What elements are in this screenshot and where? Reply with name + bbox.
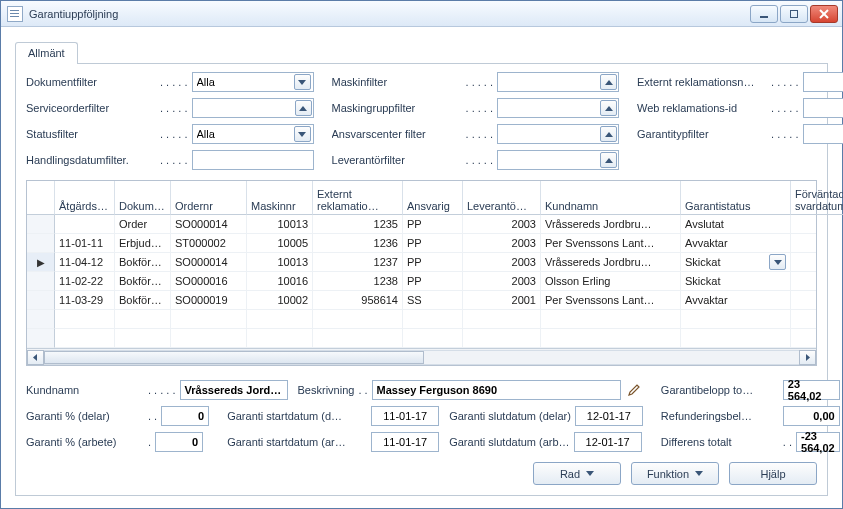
- cell-ext[interactable]: 958614: [313, 291, 403, 310]
- cell-lev[interactable]: 2003: [463, 272, 541, 291]
- dropdown-icon[interactable]: [294, 74, 311, 90]
- cell-ext[interactable]: 1235: [313, 215, 403, 234]
- garanti-arbete-field[interactable]: 0: [155, 432, 203, 452]
- cell-order[interactable]: ST000002: [171, 234, 247, 253]
- cell-lev[interactable]: 2003: [463, 215, 541, 234]
- column-header[interactable]: Dokum…: [115, 181, 171, 215]
- cell-dokum[interactable]: Erbjud…: [115, 234, 171, 253]
- cell-ansv[interactable]: PP: [403, 253, 463, 272]
- filter-input-statusfilter[interactable]: Alla: [192, 124, 314, 144]
- cell-atgard[interactable]: 11-02-22: [55, 272, 115, 291]
- tab-allmant[interactable]: Allmänt: [15, 42, 78, 64]
- filter-input-handlingsdatumfilter[interactable]: [192, 150, 314, 170]
- table-row[interactable]: 11-02-22Bokför…SO000016100161238PP2003Ol…: [27, 272, 816, 291]
- cell-ext[interactable]: 1236: [313, 234, 403, 253]
- dropdown-icon[interactable]: [769, 254, 786, 270]
- filter-input-leverantorfilter[interactable]: [497, 150, 619, 170]
- cell-order[interactable]: [171, 329, 247, 348]
- cell-lev[interactable]: 2003: [463, 253, 541, 272]
- cell-svar[interactable]: [791, 215, 816, 234]
- cell-ansv[interactable]: [403, 310, 463, 329]
- cell-svar[interactable]: [791, 234, 816, 253]
- cell-lev[interactable]: 2001: [463, 291, 541, 310]
- cell-ext[interactable]: 1238: [313, 272, 403, 291]
- cell-kund[interactable]: [541, 329, 681, 348]
- scroll-right-button[interactable]: [799, 350, 816, 365]
- slut-delar-field[interactable]: 12-01-17: [575, 406, 643, 426]
- cell-svar[interactable]: [791, 272, 816, 291]
- column-header[interactable]: Åtgärds…: [55, 181, 115, 215]
- cell-maskin[interactable]: 10005: [247, 234, 313, 253]
- cell-ansv[interactable]: SS: [403, 291, 463, 310]
- cell-atgard[interactable]: 11-01-11: [55, 234, 115, 253]
- cell-order[interactable]: SO000014: [171, 253, 247, 272]
- slut-arbete-field[interactable]: 12-01-17: [574, 432, 642, 452]
- cell-status[interactable]: Skickat: [681, 253, 791, 272]
- cell-atgard[interactable]: 11-03-29: [55, 291, 115, 310]
- cell-svar[interactable]: [791, 310, 816, 329]
- cell-atgard[interactable]: 11-04-12: [55, 253, 115, 272]
- cell-order[interactable]: SO000016: [171, 272, 247, 291]
- filter-input-ansvarscenterfilter[interactable]: [497, 124, 619, 144]
- minimize-button[interactable]: [750, 5, 778, 23]
- cell-dokum[interactable]: [115, 310, 171, 329]
- column-header[interactable]: Ansvarig: [403, 181, 463, 215]
- grid-body[interactable]: OrderSO000014100131235PP2003Vråssereds J…: [27, 215, 816, 348]
- cell-ext[interactable]: [313, 310, 403, 329]
- cell-maskin[interactable]: 10013: [247, 253, 313, 272]
- filter-input-externtreklamationsnr[interactable]: [803, 72, 843, 92]
- funktion-button[interactable]: Funktion: [631, 462, 719, 485]
- cell-order[interactable]: [171, 310, 247, 329]
- start-delar-field[interactable]: 11-01-17: [371, 406, 439, 426]
- cell-atgard[interactable]: [55, 215, 115, 234]
- rad-button[interactable]: Rad: [533, 462, 621, 485]
- cell-maskin[interactable]: 10016: [247, 272, 313, 291]
- edit-icon[interactable]: [625, 381, 643, 399]
- column-header[interactable]: Förväntad svardatum: [791, 181, 843, 215]
- hjalp-button[interactable]: Hjälp: [729, 462, 817, 485]
- cell-ext[interactable]: 1237: [313, 253, 403, 272]
- cell-kund[interactable]: Vråssereds Jordbru…: [541, 253, 681, 272]
- row-header[interactable]: [27, 310, 55, 329]
- column-header[interactable]: Externt reklamatio…: [313, 181, 403, 215]
- table-row[interactable]: [27, 329, 816, 348]
- cell-order[interactable]: SO000014: [171, 215, 247, 234]
- row-header[interactable]: [27, 329, 55, 348]
- cell-status[interactable]: Avslutat: [681, 215, 791, 234]
- column-header[interactable]: Ordernr: [171, 181, 247, 215]
- table-row[interactable]: 11-01-11Erbjud…ST000002100051236PP2003Pe…: [27, 234, 816, 253]
- column-header[interactable]: Leverantö…: [463, 181, 541, 215]
- close-button[interactable]: [810, 5, 838, 23]
- cell-maskin[interactable]: 10013: [247, 215, 313, 234]
- filter-input-garantitypfilter[interactable]: [803, 124, 843, 144]
- table-row[interactable]: ▶11-04-12Bokför…SO000014100131237PP2003V…: [27, 253, 816, 272]
- cell-maskin[interactable]: 10002: [247, 291, 313, 310]
- cell-ansv[interactable]: [403, 329, 463, 348]
- column-header[interactable]: Garantistatus: [681, 181, 791, 215]
- cell-lev[interactable]: [463, 329, 541, 348]
- lookup-icon[interactable]: [600, 100, 617, 116]
- filter-input-dokumentfilter[interactable]: Alla: [192, 72, 314, 92]
- cell-dokum[interactable]: [115, 329, 171, 348]
- cell-ansv[interactable]: PP: [403, 272, 463, 291]
- filter-input-maskinfilter[interactable]: [497, 72, 619, 92]
- cell-status[interactable]: Skickat: [681, 272, 791, 291]
- scroll-track[interactable]: [44, 350, 799, 365]
- row-header[interactable]: [27, 291, 55, 310]
- table-row[interactable]: [27, 310, 816, 329]
- lookup-icon[interactable]: [295, 100, 312, 116]
- cell-kund[interactable]: Olsson Erling: [541, 272, 681, 291]
- filter-input-webreklamationsid[interactable]: [803, 98, 843, 118]
- cell-atgard[interactable]: [55, 329, 115, 348]
- cell-svar[interactable]: [791, 253, 816, 272]
- cell-status[interactable]: [681, 329, 791, 348]
- cell-ansv[interactable]: PP: [403, 234, 463, 253]
- filter-input-serviceorderfilter[interactable]: [192, 98, 314, 118]
- cell-lev[interactable]: [463, 310, 541, 329]
- horizontal-scrollbar[interactable]: [27, 348, 816, 365]
- cell-lev[interactable]: 2003: [463, 234, 541, 253]
- lookup-icon[interactable]: [600, 126, 617, 142]
- table-row[interactable]: 11-03-29Bokför…SO00001910002958614SS2001…: [27, 291, 816, 310]
- scroll-thumb[interactable]: [44, 351, 424, 364]
- kundnamn-field[interactable]: Vråssereds Jord…: [180, 380, 288, 400]
